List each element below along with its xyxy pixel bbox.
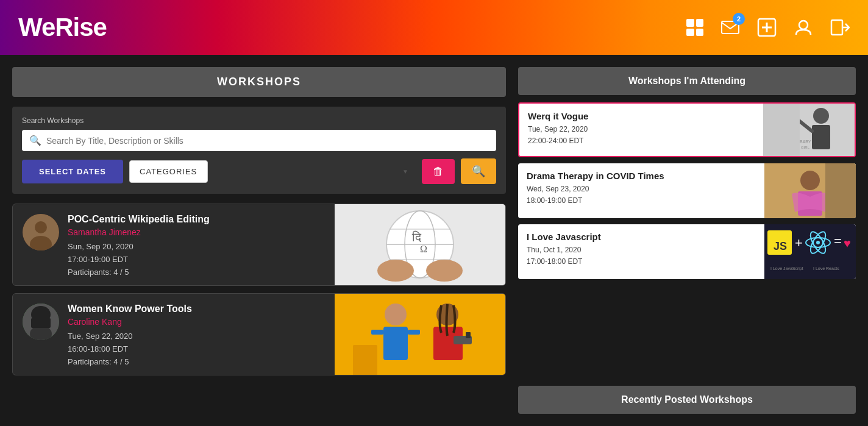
attending-date-3: Thu, Oct 1, 2020 xyxy=(527,244,756,256)
attending-info-1: Werq it Vogue Tue, Sep 22, 2020 22:00-24… xyxy=(519,104,763,156)
table-row[interactable]: Women Know Power Tools Caroline Kang Tue… xyxy=(12,293,506,375)
svg-rect-29 xyxy=(408,330,420,335)
card-image-2 xyxy=(335,294,505,375)
card-title: Women Know Power Tools xyxy=(68,304,325,314)
categories-wrap: CATEGORIES xyxy=(129,160,416,183)
search-button[interactable]: 🔍 xyxy=(461,158,496,184)
svg-rect-33 xyxy=(466,332,471,338)
recently-posted-button[interactable]: Recently Posted Workshops xyxy=(518,386,856,414)
search-section: Search Workshops 🔍 SELECT DATES CATEGORI… xyxy=(12,107,506,194)
svg-point-54 xyxy=(816,241,820,244)
svg-point-18 xyxy=(377,260,414,282)
attending-image-3: JS + = ♥ I Love JavaSc xyxy=(764,224,856,279)
attending-title-3: I Love Javascript xyxy=(527,232,756,242)
left-panel: WORKSHOPS Search Workshops 🔍 SELECT DATE… xyxy=(12,67,506,414)
search-input[interactable] xyxy=(46,136,489,146)
attending-info-3: I Love Javascript Thu, Oct 1, 2020 17:00… xyxy=(518,224,764,279)
svg-rect-34 xyxy=(353,345,377,375)
right-panel: Workshops I'm Attending Werq it Vogue Tu… xyxy=(518,67,856,414)
card-presenter[interactable]: Caroline Kang xyxy=(68,317,325,327)
svg-text:BABY: BABY xyxy=(800,140,811,144)
card-title: POC-Centric Wikipedia Editing xyxy=(68,214,325,225)
svg-text:=: = xyxy=(834,233,842,249)
attending-time-2: 18:00-19:00 EDT xyxy=(527,195,756,207)
delete-button[interactable]: 🗑 xyxy=(422,159,455,184)
attending-image-2 xyxy=(764,163,856,218)
card-date: Sun, Sep 20, 2020 xyxy=(68,241,325,254)
card-info-1: POC-Centric Wikipedia Editing Samantha J… xyxy=(68,214,325,279)
attending-date-2: Wed, Sep 23, 2020 xyxy=(527,183,756,195)
svg-rect-41 xyxy=(763,104,800,156)
grid-icon[interactable] xyxy=(686,19,703,36)
card-time: 16:00-18:00 EDT xyxy=(68,343,325,356)
svg-text:♥: ♥ xyxy=(844,236,851,250)
categories-select[interactable]: CATEGORIES xyxy=(129,160,208,183)
list-item[interactable]: Werq it Vogue Tue, Sep 22, 2020 22:00-24… xyxy=(518,102,856,157)
svg-rect-45 xyxy=(825,163,856,218)
attending-time-1: 22:00-24:00 EDT xyxy=(528,135,755,147)
svg-point-8 xyxy=(35,221,47,233)
select-dates-button[interactable]: SELECT DATES xyxy=(22,160,123,183)
header: WeRise 2 xyxy=(0,0,868,55)
attending-title-2: Drama Therapy in COVID Times xyxy=(527,171,756,181)
list-item[interactable]: Drama Therapy in COVID Times Wed, Sep 23… xyxy=(518,163,856,218)
svg-point-19 xyxy=(426,260,463,282)
svg-rect-24 xyxy=(31,318,51,328)
search-row: 🔍 xyxy=(22,130,496,151)
main-content: WORKSHOPS Search Workshops 🔍 SELECT DATE… xyxy=(0,55,868,426)
list-item[interactable]: I Love Javascript Thu, Oct 1, 2020 17:00… xyxy=(518,224,856,279)
mail-icon[interactable]: 2 xyxy=(720,18,740,37)
avatar xyxy=(23,214,59,250)
svg-text:दि: दि xyxy=(411,230,422,244)
add-icon[interactable] xyxy=(757,18,777,37)
search-icon: 🔍 xyxy=(29,135,41,146)
card-participants: Participants: 4 / 5 xyxy=(68,266,325,279)
filters-row: SELECT DATES CATEGORIES 🗑 🔍 xyxy=(22,158,496,184)
svg-point-4 xyxy=(799,21,808,29)
logo: WeRise xyxy=(18,13,107,42)
search-label: Search Workshops xyxy=(22,116,496,125)
card-presenter[interactable]: Samantha Jimenez xyxy=(68,227,325,237)
svg-point-36 xyxy=(813,108,829,124)
svg-text:I Love Reacts: I Love Reacts xyxy=(813,266,839,271)
card-participants: Participants: 4 / 5 xyxy=(68,356,325,369)
header-icons: 2 xyxy=(686,18,850,37)
table-row[interactable]: POC-Centric Wikipedia Editing Samantha J… xyxy=(12,204,506,286)
workshops-list: POC-Centric Wikipedia Editing Samantha J… xyxy=(12,204,506,375)
card-left-2: Women Know Power Tools Caroline Kang Tue… xyxy=(13,294,335,375)
notification-badge: 2 xyxy=(733,13,745,25)
attending-info-2: Drama Therapy in COVID Times Wed, Sep 23… xyxy=(518,163,764,218)
svg-text:JS: JS xyxy=(774,240,787,252)
attending-date-1: Tue, Sep 22, 2020 xyxy=(528,124,755,135)
exit-icon[interactable] xyxy=(830,18,850,37)
search-input-wrap[interactable]: 🔍 xyxy=(22,130,496,151)
svg-point-43 xyxy=(800,171,820,190)
svg-rect-28 xyxy=(371,330,383,335)
avatar xyxy=(23,304,59,340)
svg-rect-5 xyxy=(831,20,842,35)
card-date: Tue, Sep 22, 2020 xyxy=(68,330,325,343)
user-icon[interactable] xyxy=(794,18,813,37)
attending-title-1: Werq it Vogue xyxy=(528,111,755,121)
card-image-1: दि Ω xyxy=(335,204,505,285)
svg-rect-37 xyxy=(812,125,830,149)
svg-point-26 xyxy=(385,304,407,325)
svg-text:GIRL: GIRL xyxy=(801,146,810,149)
card-time: 17:00-19:00 EDT xyxy=(68,254,325,266)
svg-text:+: + xyxy=(795,235,803,250)
attending-title: Workshops I'm Attending xyxy=(518,67,856,95)
card-info-2: Women Know Power Tools Caroline Kang Tue… xyxy=(68,304,325,368)
svg-text:Ω: Ω xyxy=(420,244,427,254)
svg-text:I Love JavaScript: I Love JavaScript xyxy=(770,266,803,271)
attending-list: Werq it Vogue Tue, Sep 22, 2020 22:00-24… xyxy=(518,102,856,279)
card-left-1: POC-Centric Wikipedia Editing Samantha J… xyxy=(13,204,335,285)
svg-rect-27 xyxy=(383,327,408,360)
attending-time-3: 17:00-18:00 EDT xyxy=(527,256,756,268)
attending-image-1: BABY GIRL xyxy=(763,104,855,156)
workshops-title: WORKSHOPS xyxy=(12,67,506,97)
